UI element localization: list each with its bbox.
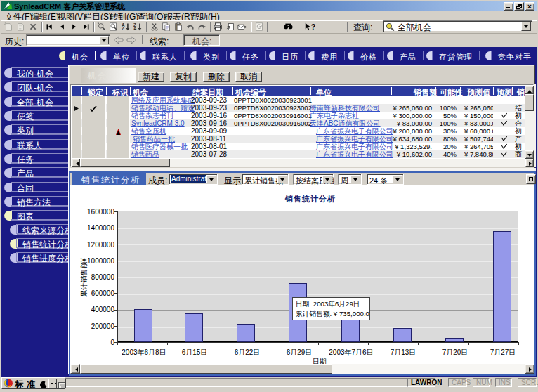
svg-text:?: ? <box>311 23 315 31</box>
svg-text:Z: Z <box>122 26 124 31</box>
svg-text:A: A <box>133 26 137 31</box>
